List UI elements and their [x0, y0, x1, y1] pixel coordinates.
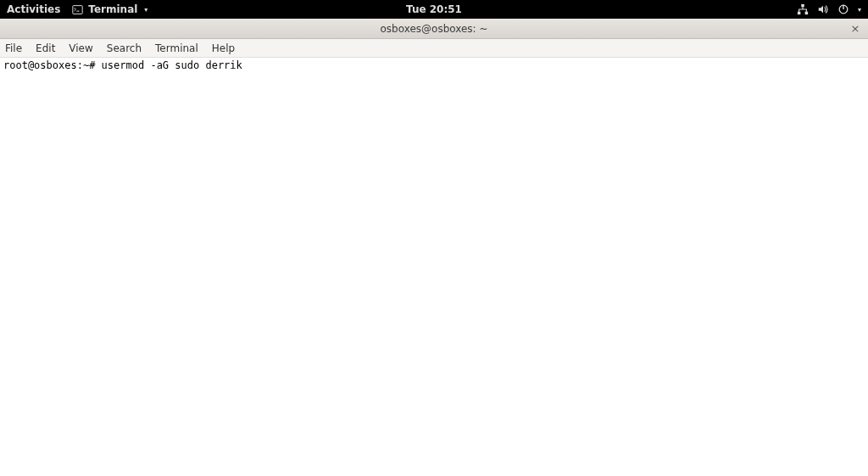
- menu-bar: File Edit View Search Terminal Help: [0, 39, 868, 58]
- svg-rect-0: [73, 5, 82, 14]
- terminal-icon: [72, 4, 83, 15]
- gnome-top-bar: Activities Terminal ▾ Tue 20:51 ▾: [0, 0, 868, 19]
- chevron-down-icon[interactable]: ▾: [858, 6, 861, 14]
- menu-view[interactable]: View: [69, 42, 92, 54]
- menu-edit[interactable]: Edit: [36, 42, 55, 54]
- power-icon[interactable]: [837, 3, 849, 15]
- svg-rect-3: [798, 12, 801, 15]
- menu-terminal[interactable]: Terminal: [155, 42, 198, 54]
- volume-icon[interactable]: [817, 3, 829, 15]
- network-icon[interactable]: [797, 3, 809, 15]
- close-button[interactable]: ×: [849, 23, 861, 35]
- topbar-left: Activities Terminal ▾: [7, 3, 147, 15]
- clock[interactable]: Tue 20:51: [406, 3, 462, 15]
- window-title-bar: osboxes@osboxes: ~ ×: [0, 19, 868, 39]
- menu-file[interactable]: File: [5, 42, 22, 54]
- window-title: osboxes@osboxes: ~: [380, 23, 487, 35]
- svg-rect-4: [805, 12, 809, 15]
- chevron-down-icon: ▾: [144, 6, 147, 14]
- menu-help[interactable]: Help: [212, 42, 235, 54]
- terminal-output[interactable]: root@osboxes:~# usermod -aG sudo derrik: [0, 58, 868, 75]
- terminal-command: usermod -aG sudo derrik: [102, 59, 242, 71]
- app-menu-button[interactable]: Terminal ▾: [72, 3, 147, 15]
- menu-search[interactable]: Search: [107, 42, 142, 54]
- svg-rect-2: [801, 4, 804, 8]
- system-tray: ▾: [797, 3, 861, 15]
- terminal-prompt: root@osboxes:~#: [3, 59, 95, 71]
- app-menu-label: Terminal: [88, 3, 137, 15]
- activities-button[interactable]: Activities: [7, 3, 60, 15]
